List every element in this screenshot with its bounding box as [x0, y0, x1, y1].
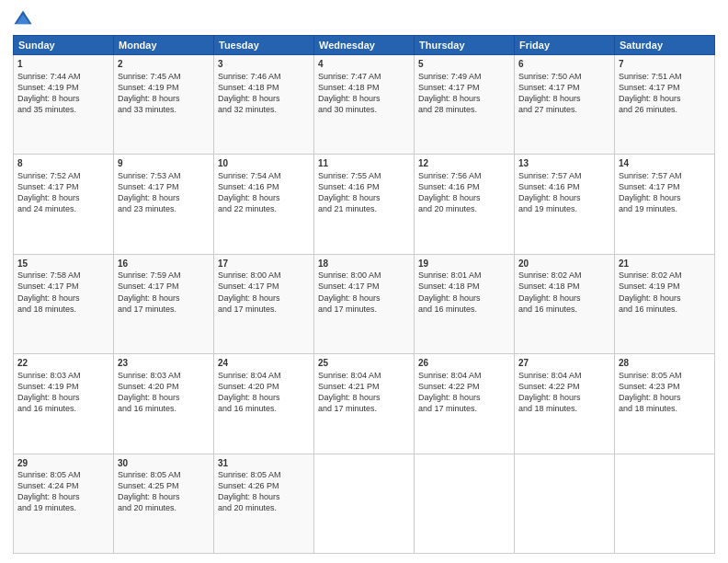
day-info-line: Daylight: 8 hours — [518, 93, 610, 104]
day-info-line: Daylight: 8 hours — [17, 491, 109, 502]
day-info-line: and 22 minutes. — [218, 203, 310, 214]
day-header-thursday: Thursday — [415, 36, 515, 55]
day-info-line: Sunset: 4:23 PM — [619, 381, 711, 392]
day-header-friday: Friday — [515, 36, 615, 55]
calendar-week-1: 1Sunrise: 7:44 AMSunset: 4:19 PMDaylight… — [14, 55, 715, 155]
day-info-line: Sunset: 4:20 PM — [118, 381, 210, 392]
calendar-header-row: SundayMondayTuesdayWednesdayThursdayFrid… — [14, 36, 715, 55]
calendar-cell: 12Sunrise: 7:56 AMSunset: 4:16 PMDayligh… — [415, 155, 515, 254]
calendar-cell: 29Sunrise: 8:05 AMSunset: 4:24 PMDayligh… — [14, 454, 114, 553]
calendar-cell: 4Sunrise: 7:47 AMSunset: 4:18 PMDaylight… — [314, 55, 415, 155]
day-info-line: Sunrise: 8:05 AM — [619, 370, 711, 381]
calendar-cell: 13Sunrise: 7:57 AMSunset: 4:16 PMDayligh… — [515, 155, 615, 254]
day-info-line: Sunrise: 7:58 AM — [17, 270, 109, 281]
day-number: 16 — [118, 258, 210, 270]
day-number: 28 — [619, 357, 711, 370]
day-number: 31 — [218, 457, 310, 470]
calendar-table: SundayMondayTuesdayWednesdayThursdayFrid… — [13, 35, 715, 554]
day-info-line: Daylight: 8 hours — [619, 392, 711, 403]
calendar-cell: 22Sunrise: 8:03 AMSunset: 4:19 PMDayligh… — [14, 354, 114, 454]
calendar-body: 1Sunrise: 7:44 AMSunset: 4:19 PMDaylight… — [14, 55, 715, 554]
day-info-line: Sunrise: 8:02 AM — [518, 270, 610, 281]
day-number: 22 — [17, 357, 109, 370]
calendar-cell: 8Sunrise: 7:52 AMSunset: 4:17 PMDaylight… — [14, 155, 114, 254]
day-info-line: Daylight: 8 hours — [418, 392, 510, 403]
day-info-line: Sunset: 4:25 PM — [118, 480, 210, 491]
header — [13, 9, 715, 29]
day-info-line: and 16 minutes. — [418, 304, 510, 315]
day-header-tuesday: Tuesday — [214, 36, 314, 55]
calendar-week-4: 22Sunrise: 8:03 AMSunset: 4:19 PMDayligh… — [14, 354, 715, 454]
logo — [13, 9, 37, 29]
day-info-line: Sunset: 4:16 PM — [518, 181, 610, 192]
day-info-line: and 19 minutes. — [619, 203, 711, 214]
day-info-line: Sunset: 4:22 PM — [418, 381, 510, 392]
day-info-line: Daylight: 8 hours — [218, 293, 310, 304]
day-info-line: Sunrise: 7:50 AM — [518, 71, 610, 82]
day-info-line: Sunrise: 8:04 AM — [218, 370, 310, 381]
day-info-line: Daylight: 8 hours — [318, 392, 410, 403]
day-info-line: Sunset: 4:19 PM — [118, 82, 210, 93]
calendar-cell: 30Sunrise: 8:05 AMSunset: 4:25 PMDayligh… — [114, 454, 214, 553]
day-number: 10 — [218, 157, 310, 170]
day-number: 27 — [518, 357, 610, 370]
day-info-line: Sunset: 4:18 PM — [518, 281, 610, 292]
calendar-cell — [314, 454, 415, 553]
day-info-line: Sunrise: 7:56 AM — [418, 170, 510, 181]
calendar-cell: 14Sunrise: 7:57 AMSunset: 4:17 PMDayligh… — [615, 155, 715, 254]
day-info-line: and 17 minutes. — [118, 304, 210, 315]
day-info-line: and 20 minutes. — [118, 502, 210, 513]
day-info-line: and 18 minutes. — [518, 403, 610, 414]
day-info-line: Sunrise: 8:04 AM — [418, 370, 510, 381]
day-info-line: Daylight: 8 hours — [218, 392, 310, 403]
day-info-line: Sunset: 4:24 PM — [17, 480, 109, 491]
day-info-line: Daylight: 8 hours — [218, 491, 310, 502]
day-number: 2 — [118, 58, 210, 71]
day-number: 14 — [619, 157, 711, 170]
calendar-cell: 10Sunrise: 7:54 AMSunset: 4:16 PMDayligh… — [214, 155, 314, 254]
day-info-line: Daylight: 8 hours — [518, 293, 610, 304]
calendar-cell: 24Sunrise: 8:04 AMSunset: 4:20 PMDayligh… — [214, 354, 314, 454]
day-info-line: Sunrise: 7:59 AM — [118, 270, 210, 281]
day-info-line: and 32 minutes. — [218, 104, 310, 115]
day-header-wednesday: Wednesday — [314, 36, 415, 55]
day-info-line: Sunrise: 7:55 AM — [318, 170, 410, 181]
day-number: 9 — [118, 157, 210, 170]
day-info-line: Sunset: 4:17 PM — [619, 82, 711, 93]
calendar-cell: 17Sunrise: 8:00 AMSunset: 4:17 PMDayligh… — [214, 254, 314, 353]
calendar-cell: 23Sunrise: 8:03 AMSunset: 4:20 PMDayligh… — [114, 354, 214, 454]
day-info-line: Daylight: 8 hours — [518, 392, 610, 403]
day-number: 23 — [118, 357, 210, 370]
day-info-line: Daylight: 8 hours — [118, 491, 210, 502]
day-info-line: and 17 minutes. — [218, 304, 310, 315]
day-number: 29 — [17, 457, 109, 470]
day-info-line: Daylight: 8 hours — [418, 192, 510, 203]
day-info-line: Sunrise: 8:00 AM — [218, 270, 310, 281]
calendar-cell — [615, 454, 715, 553]
day-info-line: and 28 minutes. — [418, 104, 510, 115]
day-info-line: and 23 minutes. — [118, 203, 210, 214]
day-number: 17 — [218, 258, 310, 270]
day-info-line: and 19 minutes. — [17, 502, 109, 513]
calendar-cell: 16Sunrise: 7:59 AMSunset: 4:17 PMDayligh… — [114, 254, 214, 353]
day-info-line: Sunrise: 7:44 AM — [17, 71, 109, 82]
day-info-line: and 18 minutes. — [619, 403, 711, 414]
day-number: 3 — [218, 58, 310, 71]
day-info-line: and 26 minutes. — [619, 104, 711, 115]
day-info-line: Sunrise: 7:57 AM — [518, 170, 610, 181]
day-info-line: and 16 minutes. — [118, 403, 210, 414]
day-info-line: and 27 minutes. — [518, 104, 610, 115]
day-number: 24 — [218, 357, 310, 370]
day-info-line: and 17 minutes. — [418, 403, 510, 414]
day-info-line: Daylight: 8 hours — [218, 192, 310, 203]
day-info-line: Sunrise: 7:51 AM — [619, 71, 711, 82]
day-info-line: and 30 minutes. — [318, 104, 410, 115]
day-info-line: and 16 minutes. — [619, 304, 711, 315]
calendar-cell: 19Sunrise: 8:01 AMSunset: 4:18 PMDayligh… — [415, 254, 515, 353]
day-info-line: Sunset: 4:21 PM — [318, 381, 410, 392]
day-number: 13 — [518, 157, 610, 170]
day-info-line: Sunrise: 7:54 AM — [218, 170, 310, 181]
day-info-line: Sunrise: 8:05 AM — [118, 469, 210, 480]
day-info-line: and 33 minutes. — [118, 104, 210, 115]
day-info-line: and 18 minutes. — [17, 304, 109, 315]
